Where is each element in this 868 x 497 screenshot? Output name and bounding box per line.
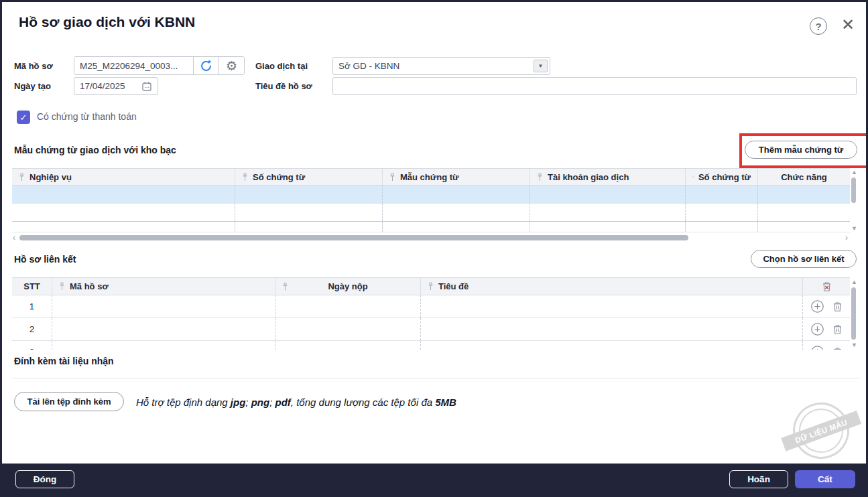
file-code-input[interactable] xyxy=(74,57,193,74)
close-glyph: ✕ xyxy=(841,15,855,34)
plus-circle-icon xyxy=(810,322,824,336)
linked-table-row[interactable]: 3 xyxy=(12,341,850,350)
table-row[interactable] xyxy=(12,186,850,204)
header-cell-so-chung-tu-2[interactable]: Số chứng từ xyxy=(686,169,758,185)
scroll-up-icon[interactable]: ▲ xyxy=(851,169,857,175)
voucher-table: Nghiệp vụ Số chứng từ Mẫu chứng từ Tài k… xyxy=(12,168,850,232)
linked-table-row[interactable]: 2 xyxy=(12,318,850,341)
attachment-hint: Hỗ trợ tệp định dạng jpg; png; pdf, tổng… xyxy=(136,397,456,408)
delete-row-button[interactable] xyxy=(832,301,843,312)
hold-button[interactable]: Hoãn xyxy=(729,470,788,488)
calendar-icon xyxy=(141,81,152,92)
file-title-input[interactable] xyxy=(332,77,857,95)
footer-bar: Đóng Hoãn Cất xyxy=(2,464,866,495)
header-cell-ma-ho-so[interactable]: Mã hồ sơ xyxy=(52,278,275,295)
section-title-attachments: Đính kèm tài liệu nhận xyxy=(14,356,114,366)
refresh-button[interactable] xyxy=(193,57,219,74)
dropdown-button[interactable]: ▼ xyxy=(534,60,548,72)
refresh-icon xyxy=(199,59,213,73)
transaction-location-select[interactable]: Sở GD - KBNN ▼ xyxy=(332,57,550,75)
pin-icon xyxy=(282,282,288,291)
add-row-button[interactable] xyxy=(810,299,824,313)
upload-attachment-button[interactable]: Tải lên tệp đính kèm xyxy=(14,392,124,411)
pin-icon xyxy=(19,173,25,182)
row-number: 1 xyxy=(12,295,52,317)
pin-icon xyxy=(389,173,395,182)
linked-files-table: STT Mã hồ sơ Ngày nộp Tiêu đề xyxy=(12,277,850,350)
linked-table-row[interactable]: 1 xyxy=(12,295,850,318)
page-title: Hồ sơ giao dịch với KBNN xyxy=(19,14,195,30)
file-title-label: Tiêu đề hồ sơ xyxy=(255,77,312,95)
vertical-scrollbar[interactable] xyxy=(851,178,856,203)
vertical-scrollbar[interactable] xyxy=(851,287,856,340)
add-row-button[interactable] xyxy=(810,345,824,350)
table-row[interactable] xyxy=(12,204,850,222)
add-voucher-template-button[interactable]: Thêm mẫu chứng từ xyxy=(745,141,857,159)
dialog-window: Hồ sơ giao dịch với KBNN ? ✕ Mã hồ sơ ⚙ … xyxy=(0,0,868,497)
settings-button[interactable]: ⚙ xyxy=(219,57,244,74)
choose-linked-file-button[interactable]: Chọn hồ sơ liên kết xyxy=(751,250,857,268)
header-cell-stt[interactable]: STT xyxy=(12,278,52,295)
help-icon[interactable]: ? xyxy=(810,17,827,35)
header-cell-chuc-nang[interactable]: Chức năng xyxy=(758,169,850,185)
save-button[interactable]: Cất xyxy=(795,470,855,488)
gear-icon: ⚙ xyxy=(226,58,237,74)
plus-circle-icon xyxy=(810,299,824,313)
section-title-voucher-templates: Mẫu chứng từ giao dịch với kho bạc xyxy=(14,145,176,155)
check-icon: ✓ xyxy=(20,113,27,123)
pin-icon xyxy=(242,173,248,182)
created-date-input[interactable]: 17/04/2025 xyxy=(74,77,158,95)
header-cell-tieu-de[interactable]: Tiêu đề xyxy=(421,278,803,295)
header-cell-so-chung-tu[interactable]: Số chứng từ xyxy=(235,169,383,185)
trash-x-icon xyxy=(822,281,832,292)
payment-voucher-checkbox-label: Có chứng từ thanh toán xyxy=(37,111,137,122)
row-number: 3 xyxy=(12,341,52,350)
row-number: 2 xyxy=(12,318,52,340)
pin-icon xyxy=(428,282,434,291)
plus-circle-icon xyxy=(810,345,824,350)
add-row-button[interactable] xyxy=(810,322,824,336)
table-row[interactable] xyxy=(12,222,850,232)
scroll-right-icon[interactable]: › xyxy=(845,234,848,242)
section-title-linked-files: Hồ sơ liên kết xyxy=(14,254,76,265)
scroll-left-icon[interactable]: ‹ xyxy=(13,234,15,242)
voucher-table-header: Nghiệp vụ Số chứng từ Mẫu chứng từ Tài k… xyxy=(12,168,850,186)
delete-all-button[interactable] xyxy=(822,281,832,292)
close-icon[interactable]: ✕ xyxy=(837,14,859,36)
transaction-at-label: Giao dịch tại xyxy=(255,57,308,75)
header-cell-tai-khoan[interactable]: Tài khoản giao dịch xyxy=(530,169,686,185)
payment-voucher-checkbox[interactable]: ✓ xyxy=(17,111,30,124)
pin-icon xyxy=(59,282,65,291)
chevron-down-icon: ▼ xyxy=(538,63,544,69)
created-date-label: Ngày tạo xyxy=(14,77,51,95)
file-code-group: ⚙ xyxy=(74,56,245,75)
trash-icon xyxy=(832,301,843,312)
close-button[interactable]: Đóng xyxy=(15,470,74,488)
horizontal-scrollbar[interactable] xyxy=(19,235,688,240)
file-code-label: Mã hồ sơ xyxy=(14,57,53,75)
transaction-location-value: Sở GD - KBNN xyxy=(338,58,399,74)
pin-icon xyxy=(537,173,543,182)
created-date-value: 17/04/2025 xyxy=(80,81,125,91)
header-cell-mau-chung-tu[interactable]: Mẫu chứng từ xyxy=(383,169,530,185)
linked-table-header: STT Mã hồ sơ Ngày nộp Tiêu đề xyxy=(12,277,850,295)
divider xyxy=(12,378,860,378)
header-cell-nghiep-vu[interactable]: Nghiệp vụ xyxy=(12,169,235,185)
help-glyph: ? xyxy=(815,21,821,32)
scroll-down-icon[interactable]: ▼ xyxy=(851,342,857,348)
delete-row-button[interactable] xyxy=(832,347,843,350)
header-cell-delete-all xyxy=(803,278,850,295)
trash-icon xyxy=(832,324,843,335)
delete-row-button[interactable] xyxy=(832,324,843,335)
pin-icon xyxy=(692,173,694,182)
sample-data-stamp: DỮ LIỆU MẪU xyxy=(782,391,861,470)
trash-icon xyxy=(832,347,843,350)
scroll-down-icon[interactable]: ▼ xyxy=(851,226,857,232)
header-cell-ngay-nop[interactable]: Ngày nộp xyxy=(275,278,421,295)
scroll-up-icon[interactable]: ▲ xyxy=(851,279,857,285)
